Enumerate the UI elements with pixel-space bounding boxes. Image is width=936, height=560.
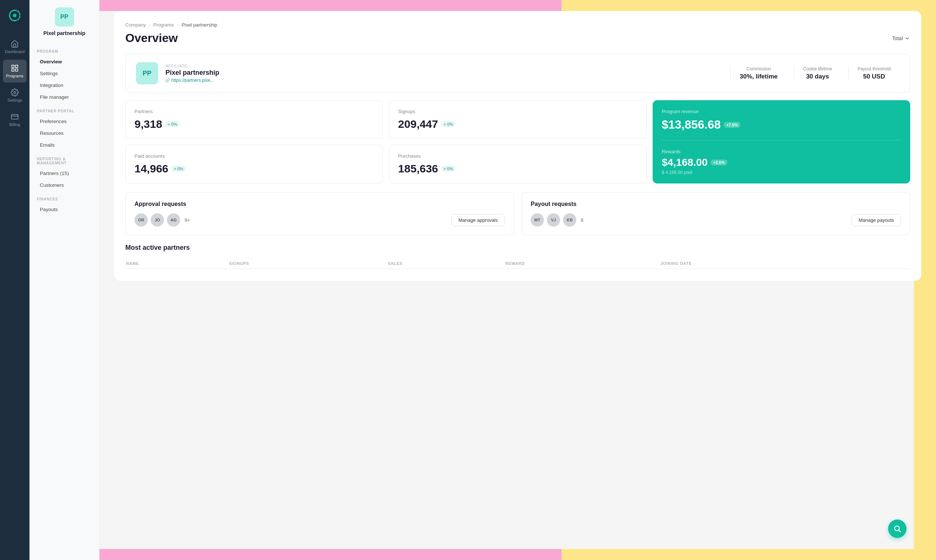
stat-label-signups: Signups xyxy=(398,109,637,114)
sidebar-link-file-manager[interactable]: File manager xyxy=(32,91,96,103)
sidebar-link-payouts[interactable]: Payouts xyxy=(32,204,96,215)
cookie-value: 30 days xyxy=(803,73,832,80)
affiliate-url: https://partners.pixe... xyxy=(171,78,214,83)
affiliate-card: PP AFFILIATE Pixel partnership https://p… xyxy=(125,54,910,93)
sidebar-link-preferences[interactable]: Preferences xyxy=(32,116,96,127)
affiliate-name: Pixel partnership xyxy=(165,69,723,77)
svg-rect-3 xyxy=(15,69,18,71)
search-fab[interactable] xyxy=(888,520,907,538)
sidebar-link-resources[interactable]: Resources xyxy=(32,128,96,139)
rewards-badge: +2.6% xyxy=(710,160,727,165)
affiliate-link[interactable]: https://partners.pixe... xyxy=(165,78,723,83)
section-label-finances: FINANCES xyxy=(29,191,99,203)
avatar-vj: VJ xyxy=(547,213,560,226)
nav-item-settings[interactable]: Settings xyxy=(3,84,26,107)
approval-requests-title: Approval requests xyxy=(134,201,505,208)
affiliate-info: AFFILIATE Pixel partnership https://part… xyxy=(165,64,723,83)
stat-card-signups: Signups 209,447 + 0% xyxy=(389,100,647,139)
nav-label-dashboard: Dashboard xyxy=(5,49,25,54)
manage-payouts-button[interactable]: Manage payouts xyxy=(851,214,901,226)
rewards-section: Rewards $4,168.00 +2.6% $ 4,168.00 paid xyxy=(662,149,901,175)
program-name: Pixel partnership xyxy=(43,30,86,36)
stat-value-signups: 209,447 + 0% xyxy=(398,118,637,131)
sidebar-link-customers[interactable]: Customers xyxy=(32,179,96,191)
affiliate-stat-commission: Commission 30%, lifetime xyxy=(730,66,787,80)
stat-value-partners: 9,318 + 0% xyxy=(134,118,374,131)
requests-row: Approval requests OR JO AG 9+ Manage app… xyxy=(125,192,910,235)
avatar-jo: JO xyxy=(151,213,164,226)
stat-label-purchases: Purchases xyxy=(398,153,637,159)
sidebar-link-integration[interactable]: Integration xyxy=(32,80,96,91)
stat-value-revenue: $13,856.68 +7.5% xyxy=(662,118,901,132)
sidebar-link-emails[interactable]: Emails xyxy=(32,139,96,151)
sidebar-link-settings[interactable]: Settings xyxy=(32,68,96,79)
nav-label-settings: Settings xyxy=(8,98,22,102)
col-name: NAME xyxy=(126,258,228,269)
breadcrumb-sep-2: › xyxy=(177,22,179,28)
total-dropdown[interactable]: Total xyxy=(892,35,910,41)
col-signups: SIGNUPS xyxy=(229,258,387,269)
payout-value: 50 USD xyxy=(857,73,891,80)
revenue-badge: +7.5% xyxy=(724,122,741,128)
nav-item-programs[interactable]: Programs xyxy=(3,60,26,83)
nav-label-billing: Billing xyxy=(9,122,20,127)
affiliate-type: AFFILIATE xyxy=(165,64,723,68)
svg-point-5 xyxy=(14,91,16,94)
breadcrumb-programs[interactable]: Programs xyxy=(153,22,174,28)
partners-table: NAME SIGNUPS SALES REWARD JOINING DATE xyxy=(125,257,910,270)
app-logo[interactable] xyxy=(7,8,23,23)
stat-label-partners: Partners xyxy=(134,109,374,114)
nav-item-billing[interactable]: Billing xyxy=(3,108,26,131)
svg-line-9 xyxy=(899,530,901,532)
stat-badge-paid: + 0% xyxy=(171,166,186,172)
stat-badge-purchases: + 0% xyxy=(441,166,456,172)
stats-grid: Partners 9,318 + 0% Signups 209,447 + 0%… xyxy=(125,100,910,183)
avatar-or: OR xyxy=(134,213,148,226)
approval-avatars-row: OR JO AG 9+ Manage approvals xyxy=(134,213,505,226)
section-label-partner-portal: PARTNER PORTAL xyxy=(29,103,99,115)
avatar-mt: MT xyxy=(531,213,544,226)
stat-label-revenue: Program revenue xyxy=(662,109,901,114)
svg-rect-6 xyxy=(11,115,18,119)
section-label-reporting: REPORTING & MANAGEMENT xyxy=(29,151,99,167)
approval-extra-count: 9+ xyxy=(185,217,190,223)
revenue-divider xyxy=(662,140,901,140)
partners-section-title: Most active partners xyxy=(125,244,910,252)
nav-item-dashboard[interactable]: Dashboard xyxy=(3,35,26,58)
stat-card-partners: Partners 9,318 + 0% xyxy=(125,100,383,139)
program-header: PP Pixel partnership xyxy=(29,8,99,43)
payout-avatars-row: MT VJ KB 6 Manage payouts xyxy=(531,213,901,226)
chevron-down-icon xyxy=(904,35,910,41)
affiliate-stat-payout: Payout threshold 50 USD xyxy=(848,66,899,80)
stat-card-paid-accounts: Paid accounts 14,966 + 0% xyxy=(125,145,383,183)
stat-badge-partners: + 0% xyxy=(165,121,179,127)
stat-badge-signups: + 0% xyxy=(441,121,456,127)
breadcrumb-sep-1: › xyxy=(149,22,150,28)
commission-value: 30%, lifetime xyxy=(740,73,777,80)
svg-rect-1 xyxy=(12,65,14,68)
breadcrumb-company[interactable]: Company xyxy=(125,22,146,28)
sidebar-link-partners[interactable]: Partners (15) xyxy=(32,168,96,179)
left-navigation: Dashboard Programs Settings Billing xyxy=(0,0,29,560)
partners-section: Most active partners NAME SIGNUPS SALES … xyxy=(125,244,910,270)
payout-requests-title: Payout requests xyxy=(531,201,901,208)
rewards-paid: $ 4,168.00 paid xyxy=(662,170,901,175)
avatar-kb: KB xyxy=(563,213,576,226)
payout-count: 6 xyxy=(581,217,583,223)
manage-approvals-button[interactable]: Manage approvals xyxy=(451,214,505,226)
breadcrumb: Company › Programs › Pixel partnership xyxy=(125,22,910,28)
sidebar-link-overview[interactable]: Overview xyxy=(32,56,96,68)
stat-card-purchases: Purchases 185,636 + 0% xyxy=(389,145,647,183)
link-icon xyxy=(165,78,170,83)
nav-label-programs: Programs xyxy=(6,74,23,78)
svg-rect-4 xyxy=(12,69,14,71)
col-sales: SALES xyxy=(388,258,505,269)
section-label-program: PROGRAM xyxy=(29,43,99,55)
breadcrumb-current: Pixel partnership xyxy=(182,22,217,28)
stat-label-paid-accounts: Paid accounts xyxy=(134,153,374,159)
approval-requests-box: Approval requests OR JO AG 9+ Manage app… xyxy=(125,192,514,235)
rewards-label: Rewards xyxy=(662,149,901,154)
cookie-label: Cookie lifetime xyxy=(803,66,832,71)
total-label: Total xyxy=(892,35,903,41)
payout-label: Payout threshold xyxy=(857,66,891,71)
